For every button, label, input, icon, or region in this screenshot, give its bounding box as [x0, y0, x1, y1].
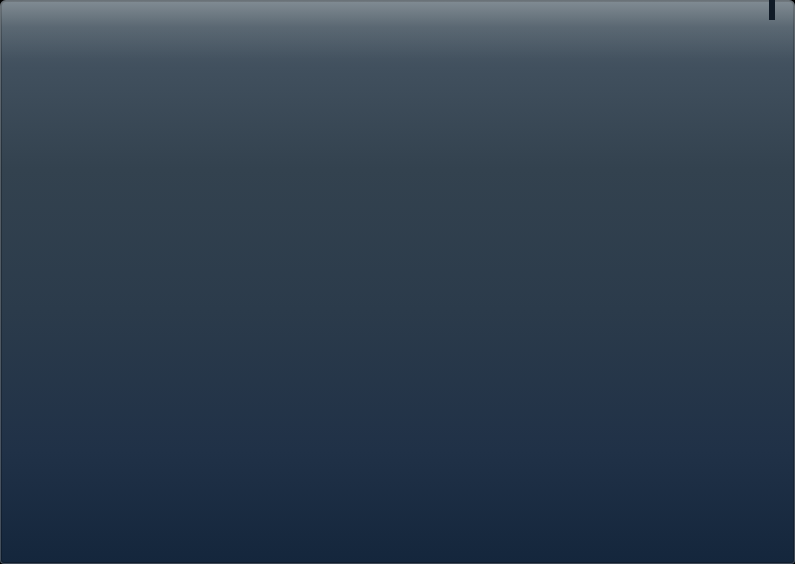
close-button[interactable]	[773, 0, 775, 20]
window-frame	[0, 0, 795, 564]
explorer-window: ▾ ▸Computer▸Local Disk (C:)▸Users▸john▸R…	[0, 0, 795, 564]
window-controls	[769, 0, 775, 20]
